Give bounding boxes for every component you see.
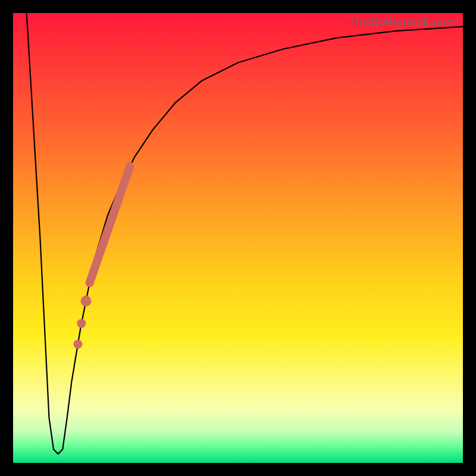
highlight-dot xyxy=(73,340,82,349)
highlight-bar xyxy=(90,166,130,283)
highlight-dot xyxy=(77,319,86,328)
chart-svg xyxy=(13,13,463,463)
chart-frame: TheBottleneck.com xyxy=(0,0,476,476)
plot-area: TheBottleneck.com xyxy=(13,13,463,463)
bottleneck-curve xyxy=(27,13,463,454)
highlight-dots xyxy=(73,296,91,349)
highlight-dot xyxy=(81,296,92,306)
